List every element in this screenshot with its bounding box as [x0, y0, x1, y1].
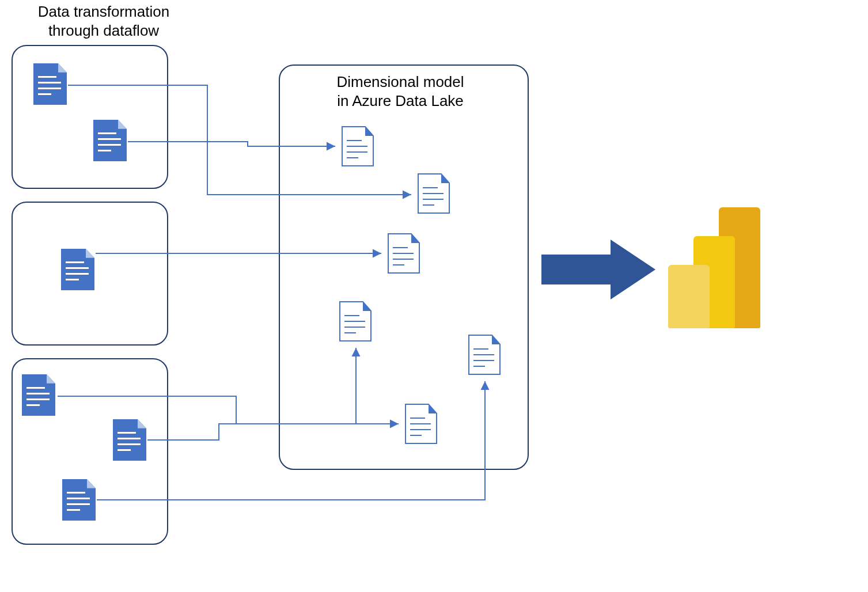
lake-doc-icon	[339, 301, 372, 342]
source-doc-icon	[93, 120, 127, 161]
source-doc-icon	[62, 479, 96, 521]
lake-doc-icon	[404, 403, 438, 445]
power-bi-icon	[668, 207, 766, 328]
source-doc-icon	[22, 374, 55, 416]
source-doc-icon	[33, 63, 67, 105]
source-doc-icon	[113, 419, 146, 461]
lake-doc-icon	[468, 334, 501, 375]
source-doc-icon	[61, 249, 94, 290]
lake-doc-icon	[387, 233, 420, 274]
lake-doc-icon	[417, 173, 450, 214]
diagram-canvas: Data transformation through dataflow Dim…	[0, 0, 868, 592]
flow-arrow-icon	[541, 235, 657, 304]
source-title: Data transformation through dataflow	[23, 2, 184, 40]
lake-doc-icon	[341, 126, 374, 167]
